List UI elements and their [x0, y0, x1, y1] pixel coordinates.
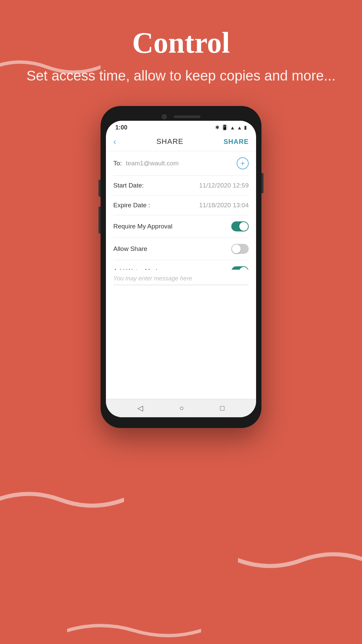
wave-decoration-bottom-left [0, 483, 124, 517]
toggle-label-0: Require My Approval [113, 223, 172, 230]
front-camera [162, 114, 167, 119]
phone-speaker [174, 115, 200, 118]
hero-subtitle: Set access time, allow to keep copies an… [6, 66, 356, 86]
hero-title: Control [6, 27, 356, 59]
android-back-button[interactable]: ◁ [137, 404, 143, 413]
message-area: You may enter message here [106, 270, 256, 399]
status-time: 1:00 [115, 124, 127, 131]
expire-date-row: Expire Date : 11/18/2020 13:04 [113, 196, 249, 215]
volume-down-button [99, 207, 101, 233]
hero-section: Control Set access time, allow to keep c… [6, 27, 356, 86]
toggle-knob-1 [232, 245, 241, 253]
status-icons: ✱ 📳 ▲ ▲ ▮ [215, 124, 247, 130]
start-date-label: Start Date: [113, 182, 144, 189]
form-content: To: team1@wault.com + Start Date: 11/12/… [106, 151, 256, 270]
toggle-row-1: Allow Share [113, 238, 249, 260]
bluetooth-icon: ✱ [215, 124, 220, 130]
share-action-button[interactable]: SHARE [224, 138, 249, 146]
app-navbar: ‹ SHARE SHARE [106, 133, 256, 151]
toggle-switch-0[interactable] [231, 221, 249, 231]
toggle-label-1: Allow Share [113, 245, 147, 253]
nav-title: SHARE [156, 137, 183, 146]
battery-icon: ▮ [244, 124, 247, 130]
expire-date-value[interactable]: 11/18/2020 13:04 [199, 202, 249, 209]
toggle-row-2: Add Water Mark [113, 260, 249, 270]
toggle-knob-2 [239, 267, 248, 270]
toggle-switch-2[interactable] [231, 266, 249, 270]
toggle-knob-0 [239, 222, 248, 231]
status-bar: 1:00 ✱ 📳 ▲ ▲ ▮ [106, 121, 256, 133]
vibrate-icon: 📳 [222, 124, 228, 130]
start-date-value[interactable]: 11/12/2020 12:59 [199, 182, 249, 189]
wifi-icon: ▲ [230, 125, 235, 130]
message-divider [113, 285, 249, 285]
android-home-button[interactable]: ○ [179, 404, 184, 413]
volume-up-button [99, 180, 101, 197]
to-label: To: [113, 160, 122, 167]
phone-bottom-nav: ◁ ○ □ [106, 399, 256, 417]
toggle-switch-1[interactable] [231, 244, 249, 254]
start-date-row: Start Date: 11/12/2020 12:59 [113, 176, 249, 196]
expire-date-label: Expire Date : [113, 202, 150, 209]
to-value: team1@wault.com [126, 160, 179, 167]
toggle-row-0: Require My Approval [113, 215, 249, 238]
signal-icon: ▲ [237, 125, 242, 130]
add-recipient-button[interactable]: + [237, 157, 249, 169]
toggle-rows-container: Require My ApprovalAllow ShareAdd Water … [113, 215, 249, 270]
phone-screen: 1:00 ✱ 📳 ▲ ▲ ▮ ‹ SHARE SHARE [106, 121, 256, 417]
to-row: To: team1@wault.com + [113, 151, 249, 176]
phone-top-bar [106, 111, 256, 121]
phone-outer-shell: 1:00 ✱ 📳 ▲ ▲ ▮ ‹ SHARE SHARE [101, 106, 261, 428]
to-row-left: To: team1@wault.com [113, 160, 237, 167]
android-recent-button[interactable]: □ [220, 404, 225, 413]
wave-decoration-bottom-right [238, 543, 362, 577]
phone-mockup: 1:00 ✱ 📳 ▲ ▲ ▮ ‹ SHARE SHARE [101, 106, 261, 428]
message-placeholder[interactable]: You may enter message here [113, 275, 249, 282]
power-button [261, 173, 263, 193]
wave-decoration-very-bottom [67, 617, 201, 644]
back-button[interactable]: ‹ [113, 137, 116, 147]
